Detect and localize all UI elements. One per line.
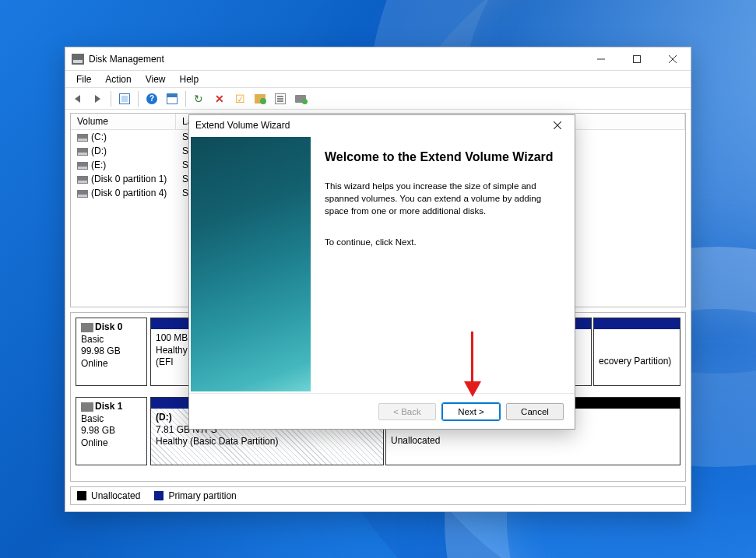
disk0-size: 99.98 GB bbox=[81, 346, 121, 356]
disk-icon bbox=[295, 95, 306, 103]
show-hide-button[interactable] bbox=[116, 90, 133, 107]
disk1-status: Online bbox=[81, 437, 108, 448]
attach-icon bbox=[255, 94, 265, 104]
disk0-title: Disk 0 bbox=[95, 321, 122, 332]
disk-settings-button[interactable] bbox=[292, 90, 309, 107]
disk-icon bbox=[81, 402, 93, 412]
window-title: Disk Management bbox=[89, 54, 164, 65]
svg-rect-1 bbox=[634, 55, 641, 62]
menu-file[interactable]: File bbox=[70, 72, 97, 86]
wizard-titlebar[interactable]: Extend Volume Wizard bbox=[189, 115, 575, 135]
wizard-banner bbox=[191, 137, 311, 391]
arrow-left-icon bbox=[75, 95, 80, 103]
volume-name: (Disk 0 partition 1) bbox=[91, 174, 167, 184]
volume-icon bbox=[77, 148, 88, 156]
disk-management-icon bbox=[72, 54, 84, 65]
legend-unallocated: Unallocated bbox=[77, 490, 140, 501]
disk1-size: 9.98 GB bbox=[81, 425, 115, 436]
check-icon: ☑ bbox=[235, 93, 245, 104]
volume-name: (D:) bbox=[91, 146, 107, 156]
toolbar: ? ✕ ☑ bbox=[65, 88, 691, 110]
settings-icon bbox=[167, 93, 178, 104]
cancel-button[interactable]: Cancel bbox=[506, 403, 564, 420]
volume-icon bbox=[77, 190, 88, 198]
disk1-title: Disk 1 bbox=[95, 401, 122, 412]
rescan-button[interactable]: ☑ bbox=[231, 90, 248, 107]
panel-icon bbox=[119, 93, 130, 104]
delete-icon: ✕ bbox=[215, 93, 224, 104]
help-button[interactable]: ? bbox=[143, 90, 160, 107]
refresh-icon bbox=[194, 93, 205, 104]
part-line3: Unallocated bbox=[391, 435, 440, 446]
legend: Unallocated Primary partition bbox=[70, 486, 686, 505]
legend-primary-label: Primary partition bbox=[168, 490, 236, 501]
wizard-footer: < Back Next > Cancel bbox=[189, 393, 575, 429]
disk-icon bbox=[81, 323, 93, 332]
settings-button[interactable] bbox=[164, 90, 181, 107]
properties-icon bbox=[275, 93, 286, 104]
attach-button[interactable] bbox=[251, 90, 269, 107]
properties-button[interactable] bbox=[272, 90, 289, 107]
legend-unallocated-label: Unallocated bbox=[91, 490, 140, 501]
disk1-label[interactable]: Disk 1 Basic 9.98 GB Online bbox=[76, 397, 147, 465]
wizard-continue-text: To continue, click Next. bbox=[325, 237, 559, 247]
volume-icon bbox=[77, 176, 88, 184]
volume-icon bbox=[77, 134, 88, 142]
help-icon: ? bbox=[146, 93, 157, 104]
part-line2: 100 MB bbox=[156, 332, 188, 343]
back-button: < Back bbox=[378, 403, 436, 420]
part-line3: Healthy (EFI bbox=[156, 345, 188, 368]
wizard-content: Welcome to the Extend Volume Wizard This… bbox=[312, 135, 575, 393]
back-button[interactable] bbox=[69, 90, 86, 107]
disk0-status: Online bbox=[81, 358, 108, 369]
maximize-button[interactable] bbox=[619, 47, 655, 71]
legend-primary: Primary partition bbox=[154, 490, 236, 501]
volume-name: (E:) bbox=[91, 160, 106, 170]
wizard-description: This wizard helps you increase the size … bbox=[325, 180, 559, 217]
disk0-type: Basic bbox=[81, 334, 104, 345]
disk0-partition-recovery[interactable]: ecovery Partition) bbox=[593, 318, 680, 386]
swatch-black bbox=[77, 491, 86, 500]
extend-volume-wizard-dialog: Extend Volume Wizard Welcome to the Exte… bbox=[188, 114, 575, 430]
volume-name: (Disk 0 partition 4) bbox=[91, 188, 167, 198]
titlebar[interactable]: Disk Management bbox=[65, 47, 691, 71]
close-button[interactable] bbox=[655, 47, 691, 71]
delete-button[interactable]: ✕ bbox=[211, 90, 228, 107]
minimize-button[interactable] bbox=[583, 47, 619, 71]
partition-bar-primary bbox=[594, 318, 680, 329]
wizard-close-button[interactable] bbox=[547, 117, 568, 134]
column-volume[interactable]: Volume bbox=[71, 114, 176, 129]
swatch-blue bbox=[154, 491, 164, 500]
part-line3: ecovery Partition) bbox=[599, 356, 671, 367]
volume-name: (C:) bbox=[91, 132, 107, 142]
menu-help[interactable]: Help bbox=[174, 72, 206, 86]
menu-action[interactable]: Action bbox=[99, 72, 137, 86]
part-line3: Healthy (Basic Data Partition) bbox=[156, 436, 278, 447]
disk1-type: Basic bbox=[81, 413, 104, 424]
wizard-heading: Welcome to the Extend Volume Wizard bbox=[325, 149, 559, 166]
menubar: File Action View Help bbox=[65, 71, 691, 88]
volume-icon bbox=[77, 162, 88, 170]
next-button[interactable]: Next > bbox=[442, 403, 500, 420]
forward-button[interactable] bbox=[89, 90, 106, 107]
disk0-label[interactable]: Disk 0 Basic 99.98 GB Online bbox=[76, 318, 147, 386]
part-line1: (D:) bbox=[156, 412, 172, 423]
wizard-title: Extend Volume Wizard bbox=[195, 120, 290, 131]
refresh-button[interactable] bbox=[191, 90, 208, 107]
arrow-right-icon bbox=[95, 95, 100, 103]
menu-view[interactable]: View bbox=[139, 72, 172, 86]
